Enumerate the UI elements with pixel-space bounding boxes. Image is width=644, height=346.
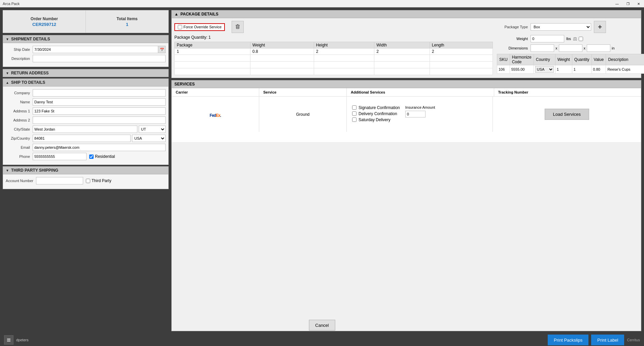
sku-description-input[interactable]: [607, 67, 644, 71]
sku-col-weight: Weight: [555, 54, 572, 65]
delivery-label: Delivery Confirmation: [359, 111, 397, 116]
sku-cell-quantity: [572, 65, 591, 74]
zip-label: Zip/Country: [6, 136, 33, 140]
add-package-button[interactable]: +: [594, 21, 606, 33]
dim-z-input[interactable]: [587, 44, 610, 52]
zip-country-inputs: USA: [33, 135, 166, 142]
restore-button[interactable]: ❐: [622, 0, 633, 7]
load-services-button[interactable]: Load Services: [545, 109, 589, 120]
package-quantity-label: Package Quantity:: [174, 35, 207, 40]
sku-table: SKU Harmonize Code Country Weight Quanti…: [497, 54, 644, 74]
weight-input[interactable]: [531, 35, 564, 42]
sku-row: USA: [497, 65, 644, 74]
status-bar-right: Print Packslips Print Label Cerritus: [548, 335, 640, 345]
shipment-chevron-icon: ▼: [6, 37, 9, 41]
address1-row: Address 1: [6, 107, 166, 115]
country-sku-select[interactable]: USA: [535, 66, 554, 73]
company-text: Cerritus: [627, 338, 640, 342]
ship-to-header[interactable]: ▲ SHIP TO DETAILS: [3, 78, 169, 86]
saturday-label: Saturday Delivery: [359, 117, 391, 122]
fedex-fed-text: Fed: [210, 113, 216, 118]
sku-cell-country: USA: [534, 65, 555, 74]
pkg-cell-package: 1: [175, 48, 250, 55]
city-input[interactable]: [33, 126, 137, 133]
print-label-button[interactable]: Print Label: [591, 335, 624, 345]
address2-input[interactable]: [33, 116, 166, 124]
sku-quantity-input[interactable]: [574, 67, 590, 71]
titlebar: Arca Pack — ❐ ✕: [0, 0, 644, 7]
main-container: Order Number CER259712 Total Items 1 ▼ S…: [0, 7, 644, 334]
delivery-checkbox[interactable]: [352, 111, 357, 116]
delete-package-button[interactable]: [232, 21, 244, 33]
sku-weight-input[interactable]: [557, 67, 571, 71]
additional-services-cell: Signature Confirmation Delivery Confirma…: [347, 97, 493, 132]
svg-rect-7: [7, 340, 10, 341]
third-party-header[interactable]: ▼ THIRD PARTY SHIPPING: [3, 166, 169, 174]
company-input[interactable]: [33, 89, 166, 97]
order-number-label: Order Number: [31, 16, 58, 21]
delivery-row: Delivery Confirmation: [352, 111, 400, 116]
services-section: SERVICES Carrier Service Additional Serv…: [171, 80, 641, 331]
pkg-cell-weight: 0.8: [250, 48, 314, 55]
sku-value-input[interactable]: [593, 67, 605, 71]
residential-checkbox[interactable]: [89, 154, 94, 159]
harmonize-input[interactable]: [511, 67, 532, 71]
weight-checkbox[interactable]: [579, 37, 583, 41]
address1-input[interactable]: [33, 107, 166, 115]
package-details-left-section: Force Override Service: [174, 21, 493, 75]
zip-input[interactable]: [33, 135, 131, 142]
package-details-label: PACKAGE DETAILS: [180, 12, 218, 16]
package-details-header[interactable]: ▲ PACKAGE DETAILS: [172, 10, 641, 18]
country-select[interactable]: USA: [132, 135, 166, 142]
pkg-cell-height: 2: [314, 48, 374, 55]
close-button[interactable]: ✕: [633, 0, 644, 7]
package-chevron-icon: ▲: [174, 12, 178, 16]
name-input[interactable]: [33, 98, 166, 106]
return-address-header[interactable]: ▼ RETURN ADDRESS: [3, 69, 169, 77]
email-input[interactable]: [33, 144, 166, 151]
saturday-checkbox[interactable]: [352, 117, 357, 122]
state-select[interactable]: UT: [139, 126, 166, 133]
order-header: Order Number CER259712 Total Items 1: [3, 10, 169, 33]
insurance-input[interactable]: [405, 111, 426, 117]
city-state-label: City/State: [6, 127, 33, 131]
svg-rect-8: [7, 341, 10, 342]
package-type-select[interactable]: Box Envelope Pak: [531, 23, 591, 31]
left-panel: Order Number CER259712 Total Items 1 ▼ S…: [3, 10, 169, 331]
dim-sep-1: x: [554, 46, 559, 50]
minimize-button[interactable]: —: [612, 0, 622, 7]
account-number-input[interactable]: [36, 177, 83, 184]
email-label: Email: [6, 145, 33, 149]
account-number-row: Account Number Third Party: [6, 177, 166, 184]
residential-checkbox-label[interactable]: Residential: [89, 154, 115, 159]
shipment-details-header[interactable]: ▼ SHIPMENT DETAILS: [3, 35, 169, 43]
sku-input[interactable]: [499, 67, 508, 71]
dim-y-input[interactable]: [559, 44, 582, 52]
address1-label: Address 1: [6, 109, 33, 113]
description-input[interactable]: [33, 55, 166, 62]
print-packslips-button[interactable]: Print Packslips: [548, 335, 588, 345]
third-party-checkbox[interactable]: [86, 179, 90, 183]
table-row-empty3: [175, 68, 493, 75]
company-label: Company: [6, 91, 33, 95]
app-title: Arca Pack: [3, 2, 20, 6]
order-number-value: CER259712: [32, 22, 56, 27]
signature-checkbox[interactable]: [352, 105, 357, 110]
pkg-col-height: Height: [314, 42, 374, 48]
sidebar-toggle-button[interactable]: [4, 335, 13, 345]
phone-input[interactable]: [33, 153, 87, 160]
date-picker-button[interactable]: 📅: [158, 46, 166, 53]
order-number-col: Order Number CER259712: [3, 10, 86, 33]
cancel-button[interactable]: Cancel: [309, 320, 335, 331]
force-override-checkbox[interactable]: [178, 25, 182, 29]
package-details-top-row: Force Override Service: [174, 21, 638, 75]
third-party-checkbox-label[interactable]: Third Party: [86, 178, 111, 183]
additional-col-header: Additional Services: [347, 88, 494, 96]
table-row-empty1: [175, 55, 493, 62]
dim-x-input[interactable]: [531, 44, 554, 52]
pkg-cell-length: 2: [430, 48, 493, 55]
services-label: SERVICES: [174, 82, 195, 86]
weight-scale-icon: ⚖: [573, 36, 577, 41]
ship-date-input[interactable]: [33, 46, 158, 53]
additional-services-inner: Signature Confirmation Delivery Confirma…: [352, 105, 487, 124]
